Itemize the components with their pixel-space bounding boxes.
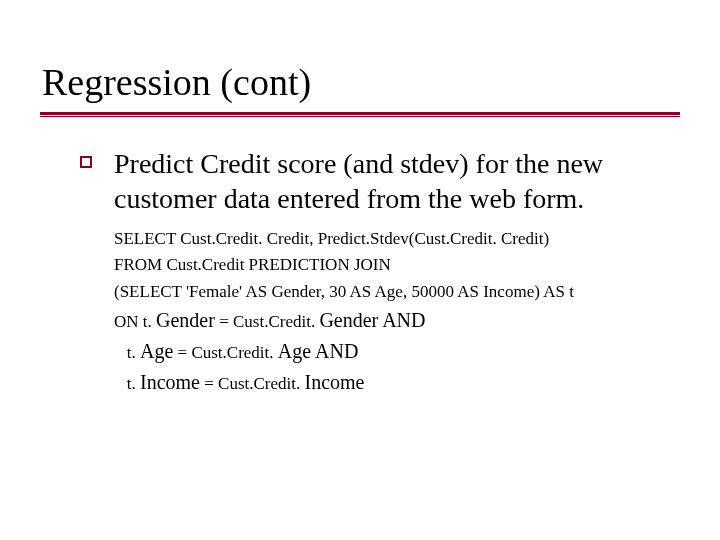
sql-line: ON t. Gender = Cust.Credit. Gender AND	[114, 305, 680, 336]
sql-line: (SELECT 'Female' AS Gender, 30 AS Age, 5…	[114, 279, 680, 305]
bullet-item: Predict Credit score (and stdev) for the…	[80, 146, 680, 216]
sql-line: FROM Cust.Credit PREDICTION JOIN	[114, 252, 680, 278]
slide-body: Predict Credit score (and stdev) for the…	[40, 146, 680, 398]
sql-line: t. Age = Cust.Credit. Age AND	[114, 336, 680, 367]
divider	[40, 112, 680, 118]
bullet-text: Predict Credit score (and stdev) for the…	[114, 146, 674, 216]
slide-title: Regression (cont)	[40, 60, 680, 104]
slide: Regression (cont) Predict Credit score (…	[0, 0, 720, 540]
sql-block: SELECT Cust.Credit. Credit, Predict.Stde…	[114, 226, 680, 398]
sql-line: SELECT Cust.Credit. Credit, Predict.Stde…	[114, 226, 680, 252]
sql-line: t. Income = Cust.Credit. Income	[114, 367, 680, 398]
square-bullet-icon	[80, 156, 92, 168]
